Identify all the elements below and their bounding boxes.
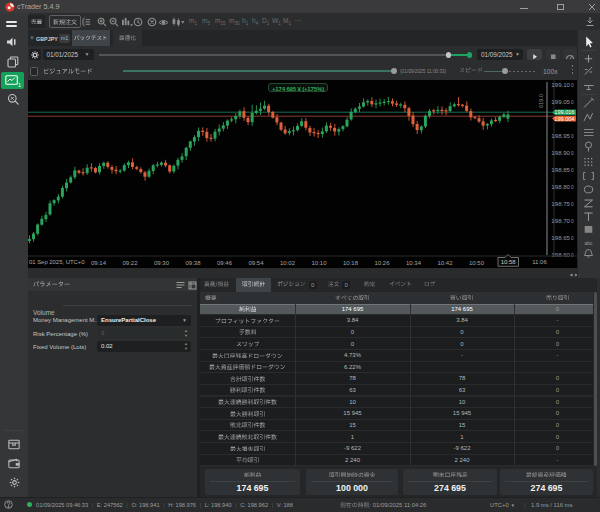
- svg-text:09:14: 09:14: [91, 260, 107, 266]
- svg-text:10:10: 10:10: [311, 260, 327, 266]
- svg-text:10:34: 10:34: [406, 260, 422, 266]
- svg-text:199.004: 199.004: [554, 116, 574, 122]
- svg-text:11:06: 11:06: [532, 259, 547, 265]
- svg-text:1: 1: [18, 82, 21, 88]
- svg-text:09:38: 09:38: [185, 260, 201, 266]
- svg-text:0: 0: [571, 168, 574, 173]
- svg-text:10:02: 10:02: [280, 260, 296, 266]
- svg-text:0: 0: [571, 100, 574, 105]
- svg-text:0: 0: [571, 134, 574, 139]
- svg-text:0: 0: [571, 219, 574, 224]
- svg-text:10:18: 10:18: [343, 260, 359, 266]
- svg-text:10:42: 10:42: [437, 260, 453, 266]
- svg-text:10:58: 10:58: [501, 259, 517, 265]
- svg-text:09:54: 09:54: [248, 260, 264, 266]
- svg-text:09:22: 09:22: [122, 260, 138, 266]
- svg-text:10:26: 10:26: [374, 260, 390, 266]
- svg-text:10:50: 10:50: [469, 260, 485, 266]
- svg-text:01 Sep 2025, UTC+0: 01 Sep 2025, UTC+0: [29, 259, 85, 265]
- svg-text:0: 0: [571, 236, 574, 241]
- svg-text:09:30: 09:30: [154, 260, 170, 266]
- svg-text:0: 0: [571, 185, 574, 190]
- svg-text:09:46: 09:46: [217, 260, 233, 266]
- svg-text:0: 0: [571, 151, 574, 156]
- svg-text:0: 0: [571, 83, 574, 88]
- svg-text:0: 0: [571, 202, 574, 207]
- svg-text:199.016: 199.016: [554, 109, 574, 115]
